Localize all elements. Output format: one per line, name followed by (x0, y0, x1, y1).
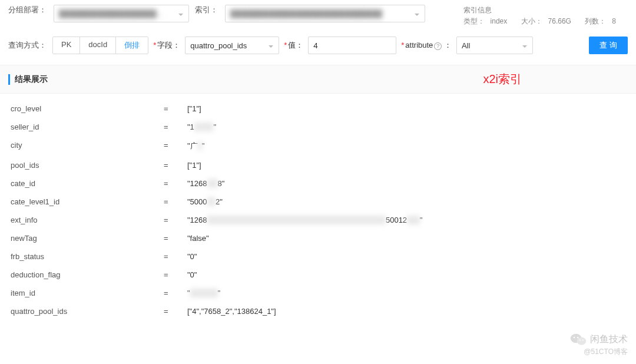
query-method-label: 查询方式： (8, 40, 47, 51)
result-row: item_id=" " (11, 284, 625, 302)
group-deploy-select[interactable]: ██████████████████… (54, 5, 189, 22)
result-row: frb_status="0" (11, 247, 625, 266)
equals-sign: = (164, 197, 187, 206)
result-value: ["1"] (187, 104, 625, 113)
group-deploy-label: 分组部署： (8, 5, 47, 15)
equals-sign: = (164, 161, 187, 170)
index-info-title: 索引信息 (463, 5, 628, 16)
field-select[interactable]: quattro_pool_ids (185, 37, 279, 54)
field-label: *字段： (153, 40, 180, 51)
index-select[interactable]: ████████████████████████████ (225, 5, 425, 22)
attribute-value: All (462, 41, 470, 50)
result-row: ext_info="1268 50012 " (11, 211, 625, 229)
results-header: 结果展示 x2i索引 (0, 65, 636, 94)
index-cols: 列数：8 (585, 17, 622, 25)
result-key: cate_id (11, 179, 164, 188)
result-value: ["4","7658_2","138624_1"] (187, 307, 625, 316)
equals-sign: = (164, 123, 187, 131)
query-method-inverted[interactable]: 倒排 (116, 37, 148, 54)
result-row: deduction_flag="0" (11, 266, 625, 284)
query-row: 查询方式： PK docId 倒排 *字段： quattro_pool_ids … (0, 32, 636, 59)
equals-sign: = (164, 252, 187, 261)
result-key: item_id (11, 289, 164, 297)
query-method-pk[interactable]: PK (53, 37, 80, 54)
equals-sign: = (164, 289, 187, 297)
field-select-value: quattro_pool_ids (190, 41, 247, 50)
query-button[interactable]: 查 询 (589, 37, 628, 54)
index-type: 类型：index (463, 17, 514, 25)
result-value: "1268 8" (187, 179, 625, 188)
result-key: cate_level1_id (11, 197, 164, 206)
result-key: ext_info (11, 216, 164, 224)
result-row: pool_ids=["1"] (11, 156, 625, 174)
group-deploy-value: ██████████████████… (59, 9, 164, 18)
result-key: quattro_pool_ids (11, 307, 164, 316)
equals-sign: = (164, 216, 187, 224)
result-value: ["1"] (187, 161, 625, 170)
result-key: seller_id (11, 123, 164, 131)
index-select-label: 索引： (195, 5, 218, 15)
equals-sign: = (164, 141, 187, 150)
attribute-select[interactable]: All (456, 37, 533, 54)
result-key: frb_status (11, 252, 164, 261)
result-value: "0" (187, 252, 625, 261)
value-label: *值： (284, 40, 303, 51)
equals-sign: = (164, 234, 187, 243)
result-value: "1268 50012 " (187, 216, 625, 224)
equals-sign: = (164, 104, 187, 113)
index-info-panel: 索引信息 类型：index 大小：76.66G 列数：8 (463, 5, 628, 27)
chevron-down-icon (268, 42, 274, 48)
result-key: newTag (11, 234, 164, 243)
equals-sign: = (164, 307, 187, 316)
result-row: quattro_pool_ids=["4","7658_2","138624_1… (11, 302, 625, 320)
result-row: cro_level=["1"] (11, 100, 625, 118)
result-value: "广 " (187, 141, 625, 151)
chevron-down-icon (414, 11, 420, 16)
result-value: "5000 2" (187, 197, 625, 206)
equals-sign: = (164, 270, 187, 279)
query-method-group: PK docId 倒排 (52, 37, 148, 54)
help-icon[interactable]: ? (434, 42, 442, 50)
result-row: cate_level1_id="5000 2" (11, 193, 625, 211)
results-title: 结果展示 (8, 74, 48, 85)
result-row: cate_id="1268 8" (11, 174, 625, 193)
top-filter-row: 分组部署： ██████████████████… 索引： ██████████… (0, 0, 636, 32)
result-value: " " (187, 289, 625, 297)
chevron-down-icon (178, 11, 184, 16)
result-value: "1 " (187, 123, 625, 131)
result-key: pool_ids (11, 161, 164, 170)
index-select-value: ████████████████████████████ (230, 9, 382, 18)
result-value: "0" (187, 270, 625, 279)
chevron-down-icon (522, 42, 528, 48)
result-row: newTag="false" (11, 229, 625, 247)
index-size: 大小：76.66G (521, 17, 577, 25)
results-table: cro_level=["1"]seller_id="1 "city="广 "po… (0, 94, 636, 326)
result-key: deduction_flag (11, 270, 164, 279)
result-value: "false" (187, 234, 625, 243)
result-row: city="广 " (11, 136, 625, 156)
result-key: cro_level (11, 104, 164, 113)
annotation-text: x2i索引 (483, 71, 522, 87)
query-method-docid[interactable]: docId (80, 37, 116, 54)
value-input[interactable] (308, 37, 396, 54)
result-row: seller_id="1 " (11, 118, 625, 136)
attribute-label: *attribute? ： (401, 40, 452, 51)
equals-sign: = (164, 179, 187, 188)
result-key: city (11, 141, 164, 150)
